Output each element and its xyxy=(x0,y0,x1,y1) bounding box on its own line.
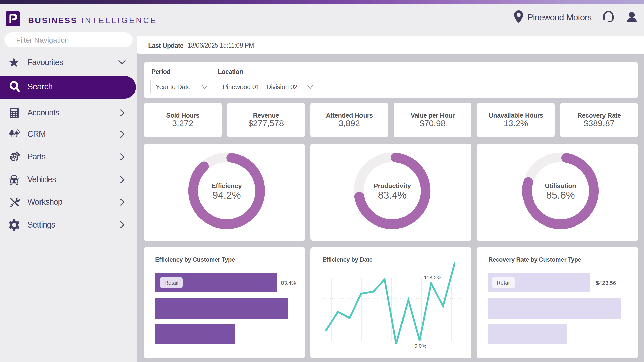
svg-text:0.0%: 0.0% xyxy=(414,343,426,349)
svg-text:118.2%: 118.2% xyxy=(424,275,441,280)
